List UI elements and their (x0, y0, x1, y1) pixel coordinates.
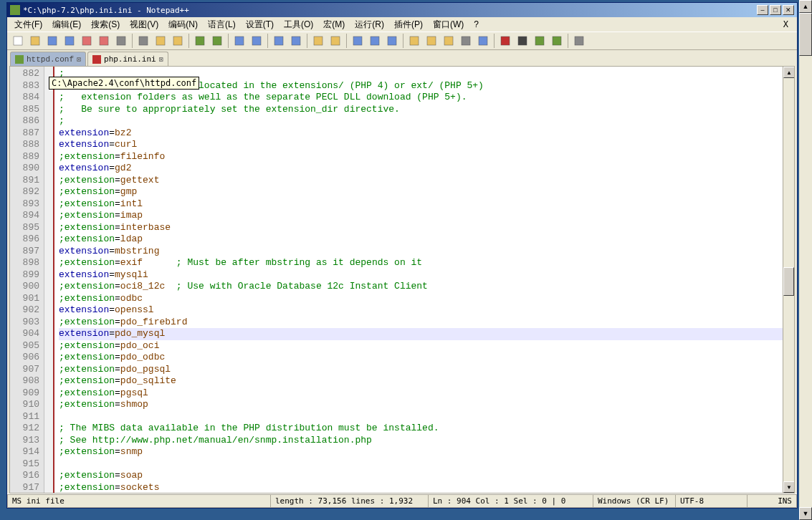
minimize-button[interactable]: – (757, 5, 768, 15)
play-button[interactable] (532, 33, 548, 49)
status-encoding[interactable]: UTF-8 (676, 494, 747, 508)
code-line[interactable]: extension=pdo_mysql (59, 328, 790, 340)
menu-plugins[interactable]: 插件(P) (390, 17, 427, 32)
undo-button[interactable] (192, 33, 208, 49)
line-number[interactable]: 901 (10, 293, 44, 305)
line-number[interactable]: 885 (10, 104, 44, 116)
all-chars-button[interactable] (367, 33, 383, 49)
code-editor[interactable]: ; re located in the extensions/ (PHP 4) … (54, 67, 794, 493)
code-line[interactable]: ;extension=gettext (59, 175, 790, 187)
menu-encoding[interactable]: 编码(N) (164, 17, 202, 32)
line-number[interactable]: 912 (10, 423, 44, 435)
line-number[interactable]: 893 (10, 198, 44, 211)
code-line[interactable]: ;extension=fileinfo (59, 151, 790, 163)
line-number[interactable]: 916 (10, 470, 44, 482)
line-number[interactable]: 887 (10, 127, 44, 140)
zoom-out-button[interactable] (288, 33, 304, 49)
scroll-down-button[interactable]: ▼ (783, 481, 795, 493)
menu-window[interactable]: 窗口(W) (429, 17, 468, 32)
close-all-button[interactable] (96, 33, 112, 49)
play-multi-button[interactable] (549, 33, 565, 49)
status-eol[interactable]: Windows (CR LF) (593, 494, 676, 508)
code-line[interactable]: extension=mbstring (59, 246, 790, 258)
save-all-button[interactable] (62, 33, 77, 49)
line-number[interactable]: 882 (10, 68, 44, 80)
line-number[interactable]: 883 (10, 80, 44, 92)
code-line[interactable]: ;extension=pdo_sqlite (59, 375, 790, 387)
new-button[interactable] (10, 33, 26, 49)
unfold-button[interactable] (424, 33, 439, 49)
tab-php-ini[interactable]: php.ini.ini ⊠ (87, 52, 168, 66)
code-line[interactable] (59, 458, 790, 471)
line-number[interactable]: 917 (10, 482, 44, 494)
line-number[interactable]: 886 (10, 115, 44, 127)
close-button[interactable]: ✕ (783, 5, 794, 15)
line-number[interactable]: 899 (10, 269, 44, 281)
close-button[interactable] (79, 33, 95, 49)
line-number[interactable]: 902 (10, 304, 44, 317)
tab-close-icon[interactable]: ⊠ (77, 55, 81, 64)
code-line[interactable]: ; (59, 115, 790, 127)
tab-close-icon[interactable]: ⊠ (159, 55, 163, 64)
desktop-scroll-up[interactable]: ▲ (799, 0, 812, 13)
line-number[interactable]: 908 (10, 375, 44, 387)
stop-button[interactable] (515, 33, 530, 49)
line-number[interactable]: 890 (10, 163, 44, 175)
sync-v-button[interactable] (310, 33, 326, 49)
maximize-button[interactable]: □ (770, 5, 781, 15)
paste-button[interactable] (170, 33, 186, 49)
line-number[interactable]: 900 (10, 281, 44, 293)
scroll-up-button[interactable]: ▲ (783, 67, 795, 78)
code-line[interactable]: extension=openssl (59, 304, 790, 317)
menu-settings[interactable]: 设置(T) (242, 17, 278, 32)
line-number[interactable]: 905 (10, 340, 44, 352)
line-number[interactable]: 895 (10, 222, 44, 234)
copy-button[interactable] (153, 33, 168, 49)
print-button[interactable] (113, 33, 129, 49)
line-number[interactable]: 903 (10, 317, 44, 329)
sync-h-button[interactable] (328, 33, 343, 49)
code-line[interactable]: ;extension=gmp (59, 186, 790, 198)
redo-button[interactable] (209, 33, 225, 49)
menu-search[interactable]: 搜索(S) (87, 17, 124, 32)
code-line[interactable]: ;extension=sockets (59, 482, 790, 494)
menu-edit[interactable]: 编辑(E) (48, 17, 85, 32)
menu-run[interactable]: 运行(R) (350, 17, 388, 32)
vertical-scrollbar[interactable]: ▲ ▼ (783, 67, 794, 493)
collapse-button[interactable] (441, 33, 457, 49)
code-line[interactable]: ;extension=oci8_12c ; Use with Oracle Da… (59, 281, 790, 293)
code-line[interactable]: ; The MIBS data available in the PHP dis… (59, 423, 790, 435)
code-line[interactable]: ;extension=interbase (59, 222, 790, 234)
line-number[interactable]: 892 (10, 186, 44, 198)
menu-macro[interactable]: 宏(M) (319, 17, 349, 32)
indent-button[interactable] (384, 33, 400, 49)
secondary-close-button[interactable]: X (778, 19, 794, 29)
zoom-in-button[interactable] (271, 33, 287, 49)
wrap-button[interactable] (350, 33, 366, 49)
line-number[interactable]: 909 (10, 387, 44, 400)
desktop-scroll-down[interactable]: ▼ (799, 507, 812, 520)
code-line[interactable]: ;extension=pgsql (59, 387, 790, 400)
code-line[interactable]: ;extension=intl (59, 198, 790, 211)
code-line[interactable]: ;extension=exif ; Must be after mbstring… (59, 257, 790, 269)
menu-help[interactable]: ? (469, 18, 483, 31)
monitor-button[interactable] (571, 33, 587, 49)
code-line[interactable] (59, 411, 790, 423)
open-button[interactable] (27, 33, 43, 49)
status-ins[interactable]: INS (747, 494, 797, 508)
line-number[interactable]: 910 (10, 399, 44, 411)
line-number[interactable]: 914 (10, 446, 44, 458)
doc-map-button[interactable] (458, 33, 474, 49)
desktop-scroll-thumb[interactable] (799, 13, 812, 56)
line-number[interactable]: 907 (10, 364, 44, 376)
code-line[interactable]: ; See http://www.php.net/manual/en/snmp.… (59, 435, 790, 447)
code-line[interactable]: ;extension=pdo_odbc (59, 352, 790, 364)
menu-view[interactable]: 视图(V) (125, 17, 163, 32)
scroll-thumb[interactable] (783, 267, 794, 296)
line-number[interactable]: 913 (10, 435, 44, 447)
line-number[interactable]: 906 (10, 352, 44, 364)
replace-button[interactable] (249, 33, 264, 49)
func-list-button[interactable] (475, 33, 491, 49)
menu-language[interactable]: 语言(L) (204, 17, 240, 32)
save-button[interactable] (44, 33, 60, 49)
